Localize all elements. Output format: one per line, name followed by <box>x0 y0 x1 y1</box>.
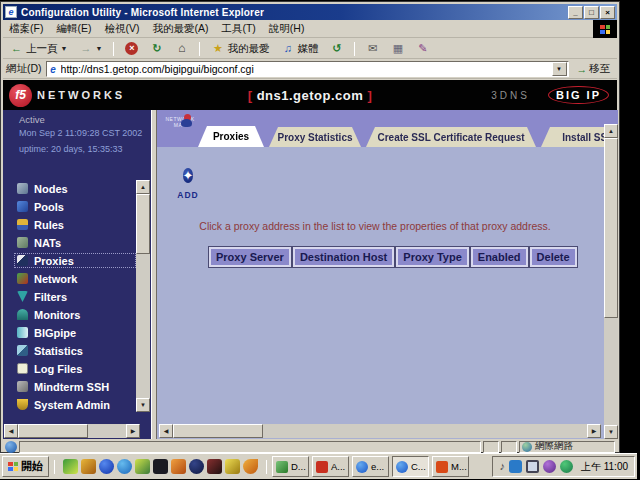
taskbar-separator <box>54 460 55 474</box>
column-enabled[interactable]: Enabled <box>471 247 528 267</box>
close-button[interactable]: × <box>600 6 615 19</box>
tab-proxy-statistics[interactable]: Proxy Statistics <box>269 127 361 147</box>
sidebar-item-label: Proxies <box>34 255 74 267</box>
refresh-button[interactable]: ↻ <box>147 41 166 56</box>
back-button[interactable]: ← 上一頁 ▼ <box>7 41 70 57</box>
address-input[interactable] <box>59 62 552 76</box>
status-panel-shield <box>501 441 517 453</box>
system-uptime: uptime: 20 days, 15:35:33 <box>19 144 123 154</box>
stop-button[interactable]: × <box>122 41 141 56</box>
main-vertical-scrollbar[interactable]: ▲ ▼ <box>604 124 618 439</box>
sidebar-item-label: Statistics <box>34 345 83 357</box>
scroll-up-button[interactable]: ▲ <box>604 124 618 138</box>
quicklaunch-icon-8[interactable] <box>189 459 204 474</box>
print-button[interactable]: ▦ <box>388 41 407 56</box>
scrollbar-thumb[interactable] <box>18 424 88 438</box>
volume-icon[interactable]: ♪ <box>499 460 505 473</box>
task-button-5[interactable]: M... <box>432 456 469 477</box>
task-button-4-active[interactable]: C... <box>392 456 429 477</box>
scroll-left-button[interactable]: ◀ <box>4 424 18 438</box>
sidebar-item-system-admin[interactable]: System Admin <box>15 398 135 411</box>
tray-icon-purple[interactable] <box>543 460 556 473</box>
history-button[interactable]: ↺ <box>327 41 346 56</box>
title-bar[interactable]: e Configuration Utility - Microsoft Inte… <box>3 4 617 20</box>
quicklaunch-icon-2[interactable] <box>81 459 96 474</box>
sidebar-item-network[interactable]: Network <box>15 272 135 285</box>
scroll-right-button[interactable]: ▶ <box>126 424 140 438</box>
tray-icon-green[interactable] <box>560 460 573 473</box>
tab-proxies[interactable]: Proxies <box>198 126 264 147</box>
network-map-button[interactable]: NETWORK MAP <box>163 114 197 144</box>
sidebar-item-monitors[interactable]: Monitors <box>15 308 135 321</box>
quicklaunch-icon-7[interactable] <box>171 459 186 474</box>
edit-button[interactable]: ✎ <box>413 41 432 56</box>
go-button[interactable]: → 移至 <box>573 61 615 77</box>
scroll-down-button[interactable]: ▼ <box>604 425 618 439</box>
quicklaunch-icon-3[interactable] <box>99 459 114 474</box>
address-bar: 網址(D) e ▼ → 移至 <box>3 60 617 79</box>
sidebar-item-proxies[interactable]: Proxies <box>15 254 135 267</box>
status-page-icon <box>5 441 17 453</box>
menu-view[interactable]: 檢視(V) <box>104 22 139 36</box>
sidebar-item-pools[interactable]: Pools <box>15 200 135 213</box>
forward-dropdown-icon[interactable]: ▼ <box>95 45 102 52</box>
taskbar-clock[interactable]: 上午 11:00 <box>581 460 628 474</box>
sidebar-item-filters[interactable]: Filters <box>15 290 135 303</box>
task-button-3[interactable]: e... <box>352 456 389 477</box>
home-button[interactable]: ⌂ <box>172 41 191 56</box>
quicklaunch-icon-4[interactable] <box>117 459 132 474</box>
sidebar-item-nats[interactable]: NATs <box>15 236 135 249</box>
scrollbar-thumb[interactable] <box>173 424 263 438</box>
scroll-left-button[interactable]: ◀ <box>159 424 173 438</box>
menu-edit[interactable]: 編輯(E) <box>56 22 91 36</box>
sidebar-item-rules[interactable]: Rules <box>15 218 135 231</box>
scroll-up-button[interactable]: ▲ <box>136 180 150 194</box>
sidebar-item-bigpipe[interactable]: BIGpipe <box>15 326 135 339</box>
mail-button[interactable]: ✉ <box>363 41 382 56</box>
sidebar-item-log-files[interactable]: Log Files <box>15 362 135 375</box>
column-destination-host[interactable]: Destination Host <box>293 247 394 267</box>
scroll-right-button[interactable]: ▶ <box>587 424 601 438</box>
quicklaunch-icon-11[interactable] <box>243 459 258 474</box>
minimize-button[interactable]: _ <box>568 6 583 19</box>
sidebar-item-label: Filters <box>34 291 67 303</box>
scroll-down-button[interactable]: ▼ <box>136 398 150 412</box>
favorites-button[interactable]: ★ 我的最愛 <box>208 41 272 57</box>
sidebar-vertical-scrollbar[interactable]: ▲ ▼ <box>136 180 150 412</box>
sidebar-item-statistics[interactable]: Statistics <box>15 344 135 357</box>
quicklaunch-icon-1[interactable] <box>63 459 78 474</box>
scrollbar-thumb[interactable] <box>604 138 618 318</box>
bracket-right: ] <box>367 88 372 103</box>
forward-button[interactable]: → ▼ <box>76 41 105 56</box>
task-button-1[interactable]: D... <box>272 456 309 477</box>
start-button[interactable]: 開始 <box>2 456 49 477</box>
task-button-2[interactable]: A... <box>312 456 349 477</box>
column-delete[interactable]: Delete <box>530 247 577 267</box>
sidebar-horizontal-scrollbar[interactable]: ◀ ▶ <box>4 424 140 438</box>
back-dropdown-icon[interactable]: ▼ <box>61 45 68 52</box>
quicklaunch-icon-10[interactable] <box>225 459 240 474</box>
scrollbar-thumb[interactable] <box>136 194 150 254</box>
menu-favorites[interactable]: 我的最愛(A) <box>152 22 208 36</box>
menu-help[interactable]: 說明(H) <box>269 22 305 36</box>
column-proxy-type[interactable]: Proxy Type <box>396 247 469 267</box>
task-label: M... <box>451 461 467 472</box>
menu-file[interactable]: 檔案(F) <box>9 22 43 36</box>
display-tray-icon[interactable] <box>526 460 539 473</box>
add-button[interactable]: ✦ ADD <box>171 163 205 200</box>
column-proxy-server[interactable]: Proxy Server <box>209 247 291 267</box>
quicklaunch-icon-9[interactable] <box>207 459 222 474</box>
main-horizontal-scrollbar[interactable]: ◀ ▶ <box>159 424 601 438</box>
zone-label: 網際網路 <box>535 440 573 453</box>
messenger-tray-icon[interactable] <box>509 460 522 473</box>
quicklaunch-icon-6[interactable] <box>153 459 168 474</box>
address-dropdown-button[interactable]: ▼ <box>552 62 567 76</box>
maximize-button[interactable]: □ <box>584 6 599 19</box>
menu-tools[interactable]: 工具(T) <box>221 22 255 36</box>
quicklaunch-icon-5[interactable] <box>135 459 150 474</box>
sidebar-item-mindterm-ssh[interactable]: Mindterm SSH <box>15 380 135 393</box>
tab-create-ssl-certificate-request[interactable]: Create SSL Certificate Request <box>366 127 536 147</box>
media-button[interactable]: ♫ 媒體 <box>278 41 321 57</box>
mail-icon: ✉ <box>366 42 379 55</box>
sidebar-item-nodes[interactable]: Nodes <box>15 182 135 195</box>
